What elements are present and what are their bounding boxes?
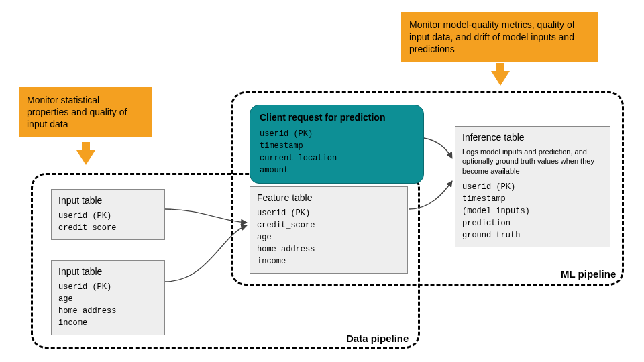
callout-arrow-right [491, 71, 510, 86]
table-title: Input table [58, 195, 158, 206]
table-fields: userid (PK) age home address income [58, 281, 158, 329]
inference-table: Inference table Logs model inputs and pr… [455, 126, 610, 247]
client-request-box: Client request for prediction userid (PK… [250, 105, 424, 184]
client-request-fields: userid (PK) timestamp current location a… [260, 128, 414, 176]
table-fields: userid (PK) timestamp (model inputs) pre… [462, 181, 603, 241]
client-request-title: Client request for prediction [260, 112, 414, 123]
table-title: Inference table [462, 132, 603, 143]
table-desc: Logs model inputs and prediction, and op… [462, 147, 603, 176]
input-table-2: Input table userid (PK) age home address… [51, 260, 165, 335]
ml-pipeline-label: ML pipeline [561, 268, 616, 280]
callout-text: Monitor statistical properties and quali… [27, 95, 127, 129]
data-pipeline-label: Data pipeline [346, 333, 409, 344]
table-fields: userid (PK) credit_score [58, 210, 158, 234]
table-title: Feature table [257, 192, 400, 203]
feature-table: Feature table userid (PK) credit_score a… [250, 186, 408, 274]
table-fields: userid (PK) credit_score age home addres… [257, 207, 400, 267]
input-table-1: Input table userid (PK) credit_score [51, 189, 165, 240]
callout-monitor-model: Monitor model-quality metrics, quality o… [401, 12, 598, 62]
table-title: Input table [58, 266, 158, 277]
callout-monitor-input: Monitor statistical properties and quali… [19, 87, 152, 137]
callout-arrow-left [76, 150, 95, 165]
callout-text: Monitor model-quality metrics, quality o… [409, 19, 575, 54]
